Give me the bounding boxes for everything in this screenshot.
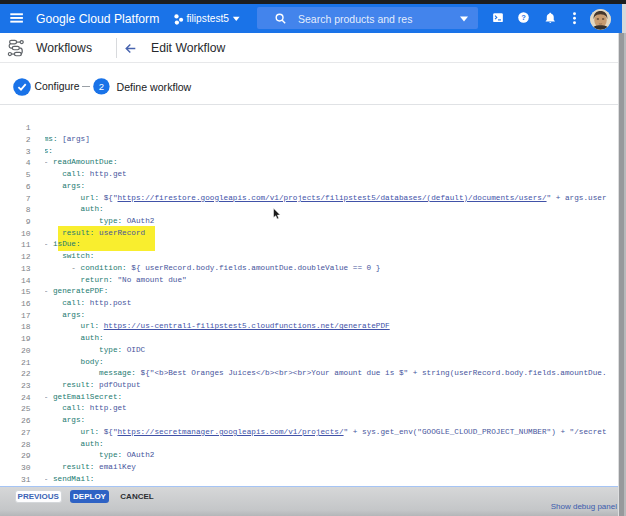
svg-text:2: 2 — [99, 81, 104, 92]
svg-text:?: ? — [521, 13, 526, 22]
